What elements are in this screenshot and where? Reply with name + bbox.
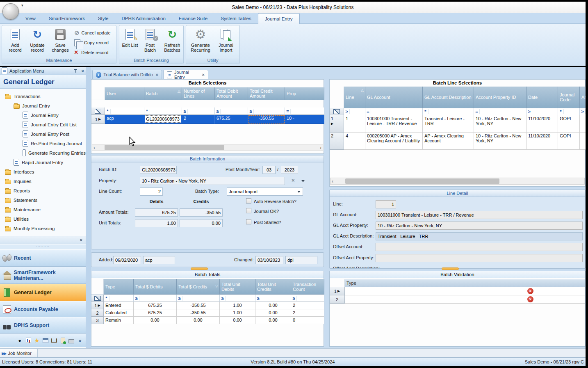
cell-property[interactable]: 10 - — [285, 115, 324, 124]
tab-style[interactable]: Style — [91, 13, 115, 24]
tab-system-tables[interactable]: System Tables — [214, 13, 258, 24]
batch-selections-hscrollbar[interactable]: ‹ › — [92, 144, 323, 151]
scroll-left-arrow[interactable]: ‹ — [332, 179, 333, 184]
filter-lines[interactable]: ≥ — [182, 107, 215, 115]
sidebar-item-monthly-processing[interactable]: Monthly Processing — [0, 224, 86, 233]
filter-date[interactable]: ≥ — [526, 108, 558, 115]
col-property[interactable]: Prop — [285, 87, 324, 100]
table-row[interactable]: 3 Remain 0.00 0.00 0.00 0.00 0 — [91, 317, 324, 324]
col-validation-type[interactable]: Type — [345, 279, 585, 287]
line-field[interactable]: 1 — [376, 200, 396, 208]
tab-view[interactable]: View — [19, 13, 42, 24]
col-date[interactable]: Date — [526, 87, 558, 108]
sidebar-item-maintenance[interactable]: Maintenance — [0, 205, 86, 214]
col-unit-debits[interactable]: Total Unit Debits — [220, 279, 255, 295]
col-journal-code[interactable]: Journal Code — [558, 87, 580, 108]
amount-debit-field[interactable]: 675.25 — [135, 208, 178, 217]
col-total-debits[interactable]: Total $ Debits — [134, 279, 177, 295]
filter-line[interactable]: ≥ — [344, 108, 365, 115]
sidebar-item-journal-entry-group[interactable]: Journal Entry — [0, 101, 86, 110]
offset-acct-property-field[interactable] — [376, 254, 583, 262]
filter-amount[interactable]: ≥ — [580, 108, 586, 115]
nav-accounts-payable[interactable]: Accounts Payable — [0, 301, 86, 317]
property-clear-icon[interactable]: × — [292, 177, 295, 183]
delete-record-button[interactable]: × Delete record — [74, 48, 108, 57]
sidebar-item-inquiries[interactable]: Inquiries — [0, 176, 86, 186]
filter-row-header[interactable] — [330, 108, 344, 115]
close-tab-icon[interactable]: × — [156, 72, 158, 77]
printer-icon[interactable] — [68, 337, 75, 344]
sidebar-item-transactions[interactable]: Transactions — [0, 91, 86, 101]
col-batch[interactable]: Batch△ — [144, 87, 182, 100]
cancel-update-button[interactable]: ⊘ Cancel update — [74, 29, 111, 37]
gl-acct-property-field[interactable]: 10 - Ritz Carlton - New York, NY — [376, 222, 583, 230]
favorites-star-icon[interactable]: ★ — [34, 337, 40, 344]
black-circle-icon[interactable]: ● — [16, 337, 23, 344]
sidebar-item-statements[interactable]: Statements — [0, 195, 86, 205]
nav-dphs-support[interactable]: DPHS Support — [0, 317, 86, 334]
quick-access-dropdown-icon[interactable]: ▾ — [21, 3, 23, 7]
pin-icon[interactable] — [74, 69, 77, 73]
filter-user[interactable]: * — [105, 107, 144, 115]
post-month-field[interactable]: 03 — [262, 166, 276, 174]
unit-credit-field[interactable]: 0.00 — [180, 219, 223, 227]
col-user[interactable]: User — [105, 87, 144, 100]
job-monitor-tab[interactable]: ▶▶ Job Monitor — [0, 349, 38, 358]
copy-record-button[interactable]: Copy record — [74, 39, 109, 47]
scrollbar-thumb[interactable] — [105, 145, 224, 150]
filter-gl-account[interactable]: = — [365, 108, 423, 115]
table-row[interactable]: 2 4 000205000 AP - Amex Clearing Account… — [330, 133, 586, 150]
batch-id-field[interactable]: GL20200608973 — [140, 166, 177, 174]
doc-tab-journal-entry[interactable]: Journal Entry × — [163, 70, 208, 80]
sidebar-item-rapid-journal-entry[interactable]: Rapid Journal Entry — [0, 158, 86, 167]
filter-batch[interactable]: * — [144, 107, 182, 115]
post-started-checkbox[interactable] — [246, 219, 251, 224]
col-gl-account-description[interactable]: GL Account Description — [423, 87, 474, 108]
amount-credit-field[interactable]: -350.55 — [180, 208, 223, 217]
table-row[interactable]: 2 Calculated 675.25 -350.55 1.00 0.00 2 — [91, 309, 324, 317]
property-field[interactable]: 10 - Ritz Carlton - New York, NY — [140, 177, 285, 185]
sidebar-item-reprint-posting-journal[interactable]: Re-Print Posting Journal — [0, 139, 86, 148]
cell-batch[interactable]: GL20200608973 — [144, 115, 182, 124]
close-strip-icon[interactable]: × — [80, 238, 82, 242]
add-record-button[interactable]: Add record — [5, 27, 26, 53]
batch-type-dropdown[interactable]: Journal Import — [227, 187, 303, 196]
filter-credit[interactable]: ≥ — [248, 107, 285, 115]
col-transaction-count[interactable]: Transaction Count — [291, 279, 324, 295]
cell-user[interactable]: acp — [105, 115, 144, 124]
batch-line-selections-hscrollbar[interactable]: ‹ — [330, 178, 585, 185]
property-dropdown-icon[interactable] — [301, 180, 305, 182]
filter-journal-code[interactable]: * — [558, 108, 580, 115]
tab-smartframework[interactable]: SmartFramework — [42, 13, 91, 24]
sidebar-item-generate-recurring-entries[interactable]: Generate Recurring Entries — [0, 148, 86, 158]
filter-property[interactable]: = — [474, 108, 526, 115]
filter-transaction-count[interactable]: ≥ — [291, 295, 324, 302]
validation-error-icon[interactable]: × — [527, 296, 533, 302]
cell-lines[interactable]: 2 — [182, 115, 215, 124]
auto-reverse-checkbox[interactable] — [246, 198, 251, 203]
right-pane-splitter-grip[interactable] — [442, 267, 459, 270]
sidebar-item-utilities[interactable]: Utilities — [0, 214, 86, 224]
line-count-field[interactable]: 2 — [140, 187, 163, 196]
journal-ok-checkbox[interactable] — [246, 208, 251, 213]
application-orb-button[interactable] — [2, 3, 19, 20]
scrollbar-thumb[interactable] — [345, 178, 499, 184]
filter-total-debits[interactable]: ≥ — [134, 295, 177, 302]
save-changes-button[interactable]: Save changes — [50, 27, 71, 53]
col-total-debit[interactable]: Total Debit Amount — [215, 87, 248, 100]
unit-debit-field[interactable]: 1.00 — [135, 219, 178, 227]
filter-property[interactable]: = — [285, 107, 324, 115]
batch-row[interactable]: 1▶ acp GL20200608973 2 675.25 -350.55 10… — [91, 115, 324, 124]
filter-total-credits[interactable]: ≥ — [177, 295, 220, 302]
batch-id-edit-box[interactable]: GL20200608973 — [145, 115, 181, 123]
table-row[interactable]: 1▶ 1 100301000 Transient - Leisure - TRR… — [330, 115, 586, 133]
update-record-button[interactable]: ↻ Update record — [27, 27, 48, 53]
col-gl-account[interactable]: GL Account — [365, 87, 423, 108]
edit-list-button[interactable]: ✎ Edit List — [121, 27, 139, 48]
post-year-field[interactable]: 2023 — [281, 166, 298, 174]
table-row[interactable]: 1▶ Entered 675.25 -350.55 1.00 0.00 2 — [91, 302, 324, 309]
sidebar-splitter[interactable] — [86, 67, 91, 348]
col-number-of-lines[interactable]: Number of Lines — [182, 87, 215, 100]
sidebar-item-journal-entry-edit-list[interactable]: Journal Entry Edit List — [0, 120, 86, 129]
window-settings-icon[interactable] — [42, 337, 49, 344]
